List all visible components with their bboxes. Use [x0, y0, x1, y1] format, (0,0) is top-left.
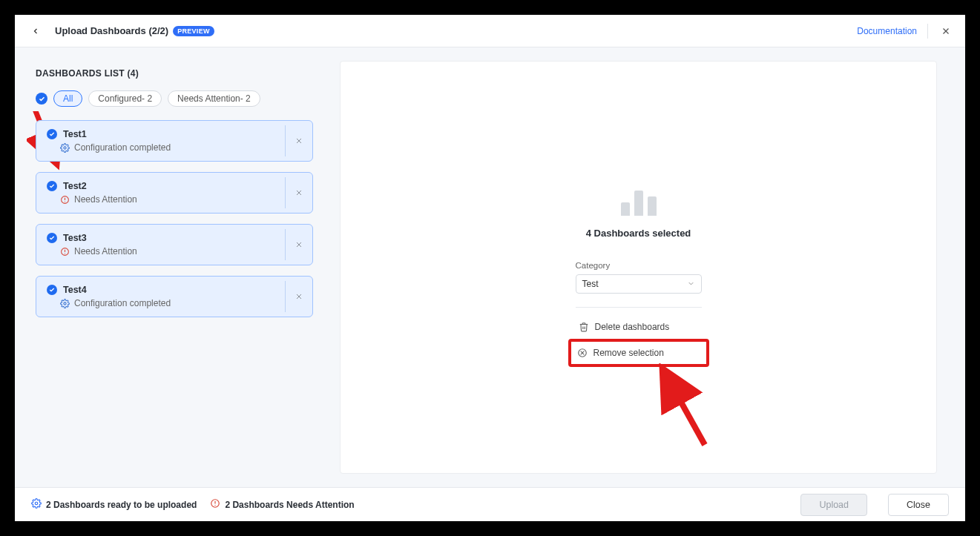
- body: DASHBOARDS LIST (4) All Configured- 2 Ne…: [15, 47, 965, 487]
- footer-bar: 2 Dashboards ready to be uploaded 2 Dash…: [15, 487, 965, 521]
- status-needs-text: 2 Dashboards Needs Attention: [225, 500, 354, 510]
- remove-selection-action[interactable]: Remove selection: [571, 345, 673, 361]
- chevron-down-icon: [687, 279, 695, 289]
- remove-label: Remove selection: [593, 348, 664, 358]
- card-status: Configuration completed: [74, 298, 171, 308]
- card-title: Test3: [63, 233, 87, 243]
- gear-icon: [60, 299, 70, 308]
- app-window: Upload Dashboards (2/2) PREVIEW Document…: [15, 15, 965, 521]
- documentation-link[interactable]: Documentation: [857, 26, 917, 36]
- filter-all[interactable]: All: [53, 90, 82, 107]
- close-icon: [295, 136, 303, 145]
- check-icon: [47, 285, 57, 295]
- svg-point-17: [64, 302, 66, 304]
- delete-label: Delete dashboards: [595, 322, 670, 332]
- delete-dashboards-action[interactable]: Delete dashboards: [576, 317, 702, 337]
- main-area: 4 Dashboards selected Category Test: [326, 47, 965, 487]
- remove-card-button[interactable]: [286, 188, 312, 197]
- filter-configured[interactable]: Configured- 2: [88, 90, 162, 107]
- category-select[interactable]: Test: [576, 274, 702, 294]
- remove-card-button[interactable]: [286, 240, 312, 249]
- card-title: Test2: [63, 181, 87, 191]
- alert-icon: [60, 195, 70, 205]
- check-icon: [47, 129, 57, 139]
- card-status: Needs Attention: [74, 194, 137, 205]
- remove-icon: [577, 348, 588, 358]
- close-icon: [295, 188, 303, 197]
- close-icon: [295, 240, 303, 249]
- close-button[interactable]: [938, 24, 953, 39]
- close-footer-button[interactable]: Close: [888, 494, 949, 516]
- chevron-left-icon: [31, 27, 40, 36]
- check-icon: [39, 96, 45, 102]
- divider: [576, 307, 702, 308]
- dashboard-card[interactable]: Test2 Needs Attention: [36, 172, 313, 214]
- dashboard-card[interactable]: Test4 Configuration completed: [36, 276, 313, 317]
- card-title: Test1: [63, 129, 87, 139]
- alert-icon: [60, 247, 70, 257]
- card-title: Test4: [63, 285, 87, 295]
- close-icon: [295, 292, 303, 301]
- bar-chart-icon: [621, 188, 657, 216]
- close-icon: [941, 26, 951, 36]
- filter-needs-attention[interactable]: Needs Attention- 2: [168, 90, 260, 107]
- list-title: DASHBOARDS LIST (4): [36, 68, 313, 79]
- card-status: Configuration completed: [74, 142, 171, 153]
- alert-icon: [210, 498, 220, 511]
- gear-icon: [60, 143, 70, 153]
- sidebar: DASHBOARDS LIST (4) All Configured- 2 Ne…: [15, 47, 326, 487]
- category-value: Test: [582, 279, 599, 289]
- page-title: Upload Dashboards (2/2): [55, 25, 168, 36]
- svg-line-28: [668, 378, 705, 445]
- svg-point-4: [64, 146, 66, 148]
- status-ready: 2 Dashboards ready to be uploaded: [31, 498, 197, 511]
- trash-icon: [579, 322, 589, 332]
- annotation-arrow-2: [653, 363, 727, 452]
- card-status: Needs Attention: [74, 246, 137, 257]
- svg-point-23: [35, 502, 38, 505]
- svg-point-9: [65, 201, 65, 202]
- back-button[interactable]: [27, 22, 45, 40]
- svg-point-14: [65, 253, 65, 254]
- gear-icon: [31, 498, 42, 511]
- check-icon: [47, 233, 57, 243]
- select-all-checkbox[interactable]: [36, 93, 47, 105]
- filter-row: All Configured- 2 Needs Attention- 2: [36, 90, 313, 107]
- divider: [927, 24, 928, 39]
- header-bar: Upload Dashboards (2/2) PREVIEW Document…: [15, 15, 965, 47]
- svg-point-26: [215, 505, 216, 506]
- category-label: Category: [576, 261, 702, 270]
- remove-card-button[interactable]: [286, 136, 312, 145]
- dashboard-card[interactable]: Test1 Configuration completed: [36, 120, 313, 162]
- upload-button[interactable]: Upload: [800, 494, 867, 516]
- status-needs-attention: 2 Dashboards Needs Attention: [210, 498, 354, 511]
- category-block: Category Test: [576, 261, 702, 294]
- selection-count: 4 Dashboards selected: [586, 228, 691, 239]
- remove-card-button[interactable]: [286, 292, 312, 301]
- status-ready-text: 2 Dashboards ready to be uploaded: [46, 500, 197, 510]
- detail-panel: 4 Dashboards selected Category Test: [340, 61, 937, 474]
- check-icon: [47, 181, 57, 191]
- dashboard-card[interactable]: Test3 Needs Attention: [36, 224, 313, 265]
- preview-badge: PREVIEW: [173, 26, 214, 36]
